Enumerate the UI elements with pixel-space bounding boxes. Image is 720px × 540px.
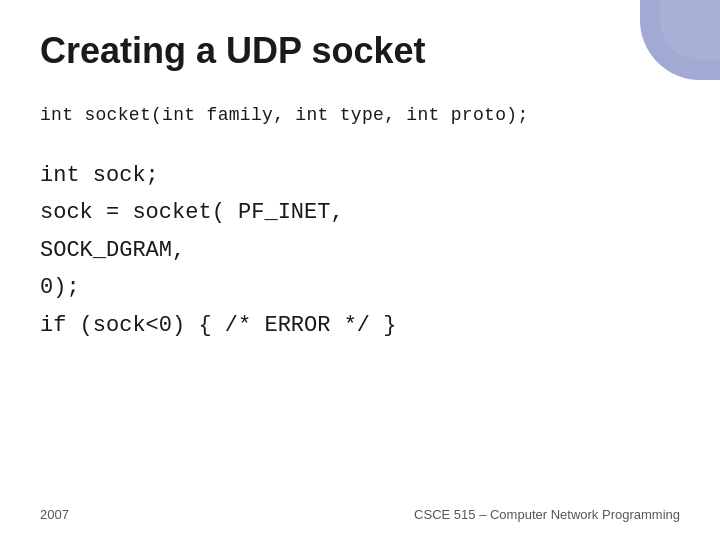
footer-course: CSCE 515 – Computer Network Programming [414,507,680,522]
corner-decoration [600,0,720,80]
slide-container: Creating a UDP socket int socket(int fam… [0,0,720,540]
code-body: int sock; sock = socket( PF_INET, SOCK_D… [40,157,680,344]
code-section: int socket(int family, int type, int pro… [40,102,680,344]
code-line-1: int sock; [40,157,680,194]
code-line-3: SOCK_DGRAM, [40,232,680,269]
slide-footer: 2007 CSCE 515 – Computer Network Program… [40,507,680,522]
slide-title: Creating a UDP socket [40,30,680,72]
footer-year: 2007 [40,507,69,522]
code-line-2: sock = socket( PF_INET, [40,194,680,231]
code-line-5: if (sock<0) { /* ERROR */ } [40,307,680,344]
code-line-4: 0); [40,269,680,306]
code-signature: int socket(int family, int type, int pro… [40,102,680,129]
